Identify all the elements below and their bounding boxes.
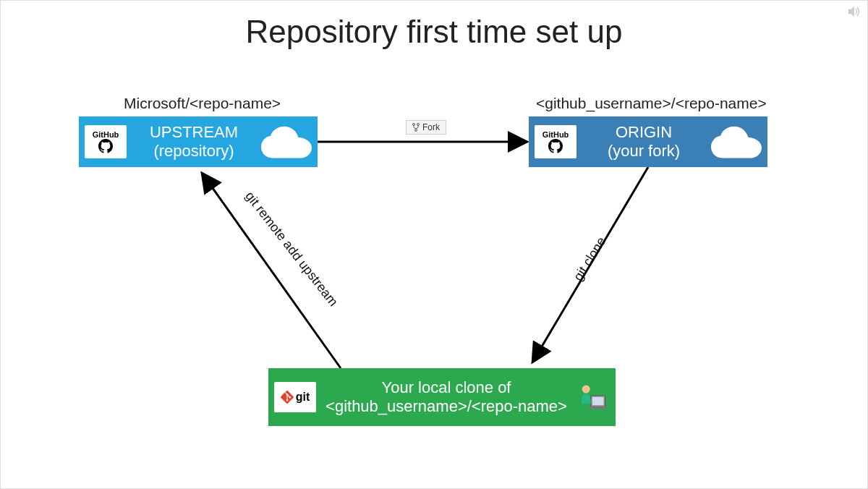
cloud-icon [711, 126, 762, 158]
upstream-line1: UPSTREAM [127, 123, 261, 142]
local-line2: <github_username>/<repo-name> [316, 397, 576, 416]
svg-point-3 [413, 124, 415, 126]
origin-text: ORIGIN (your fork) [576, 123, 711, 161]
git-badge-label: git [296, 391, 310, 404]
local-line1: Your local clone of [316, 378, 576, 397]
github-badge-origin: GitHub [535, 125, 576, 158]
fork-button: Fork [406, 120, 446, 135]
svg-point-4 [417, 124, 420, 126]
git-icon [281, 391, 294, 404]
origin-path-label: <github_username>/<repo-name> [536, 95, 767, 112]
svg-rect-8 [590, 407, 607, 409]
github-badge-label: GitHub [93, 130, 119, 139]
local-box: git Your local clone of <github_username… [268, 368, 616, 426]
diagram-canvas: Microsoft/<repo-name> <github_username>/… [1, 1, 868, 489]
svg-line-2 [202, 173, 341, 368]
svg-point-5 [415, 129, 417, 132]
github-badge-label: GitHub [542, 130, 569, 139]
git-badge: git [274, 382, 316, 412]
upstream-text: UPSTREAM (repository) [127, 123, 261, 161]
svg-point-9 [582, 386, 590, 394]
upstream-line2: (repository) [127, 142, 261, 161]
local-text: Your local clone of <github_username>/<r… [316, 378, 576, 417]
cloud-icon [261, 126, 312, 158]
fork-icon [412, 123, 420, 132]
github-badge-upstream: GitHub [85, 125, 127, 158]
origin-line1: ORIGIN [576, 123, 711, 142]
upstream-box: GitHub UPSTREAM (repository) [79, 116, 318, 167]
remote-add-label: git remote add upstream [242, 189, 341, 310]
octocat-icon [98, 139, 114, 153]
svg-rect-7 [592, 397, 603, 405]
upstream-path-label: Microsoft/<repo-name> [124, 95, 281, 112]
user-computer-icon [576, 381, 608, 413]
git-clone-label: git clone [571, 234, 609, 284]
octocat-icon [548, 139, 563, 153]
fork-button-label: Fork [422, 122, 440, 132]
origin-box: GitHub ORIGIN (your fork) [529, 116, 767, 167]
origin-line2: (your fork) [576, 142, 711, 161]
